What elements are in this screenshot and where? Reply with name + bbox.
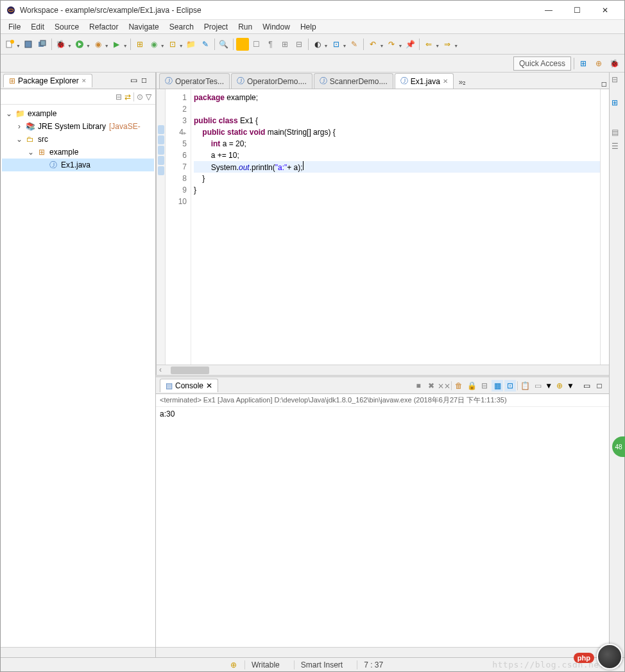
menu-run[interactable]: Run: [233, 21, 257, 33]
search-button[interactable]: 🔍: [218, 38, 230, 51]
expand-icon[interactable]: ⌄: [15, 135, 24, 144]
tree-project[interactable]: ⌄ 📁 example: [2, 107, 154, 120]
tree-jre[interactable]: › 📚 JRE System Library [JavaSE-: [2, 120, 154, 133]
marker-bar[interactable]: [157, 89, 166, 365]
toggle-mark-button[interactable]: [236, 38, 249, 51]
menu-search[interactable]: Search: [164, 21, 199, 33]
collapse-all-icon[interactable]: ⊟: [116, 92, 122, 101]
package-tree[interactable]: ⌄ 📁 example › 📚 JRE System Library [Java…: [1, 105, 155, 647]
run-button[interactable]: [73, 38, 86, 51]
debug-perspective-button[interactable]: 🐞: [608, 57, 621, 70]
annotation-nav-button[interactable]: ◐: [311, 38, 324, 51]
code-editor[interactable]: package example; public class Ex1 { publ…: [191, 89, 600, 365]
back-button[interactable]: ⇐: [422, 38, 435, 51]
library-icon: 📚: [25, 121, 35, 132]
quick-access-input[interactable]: Quick Access: [513, 56, 571, 71]
link-editor-icon[interactable]: ⇄: [124, 92, 131, 101]
debug-button[interactable]: 🐞: [55, 38, 67, 51]
open-task-button[interactable]: ✎: [199, 38, 212, 51]
menu-edit[interactable]: Edit: [26, 21, 49, 33]
close-console-icon[interactable]: ✕: [206, 381, 212, 390]
toggle-breadcrumb-button[interactable]: ⊟: [293, 38, 305, 51]
expand-icon[interactable]: ⌄: [26, 148, 35, 157]
minimize-button[interactable]: ―: [535, 1, 563, 19]
tab-operatortes[interactable]: ⒿOperatorTes...: [159, 73, 230, 89]
new-button[interactable]: [3, 38, 16, 51]
tab-overflow[interactable]: »₂: [455, 76, 470, 89]
display-console-button[interactable]: ▭: [532, 380, 544, 392]
new-console-button[interactable]: ⊕: [554, 380, 565, 392]
tab-ex1[interactable]: ⒿEx1.java✕: [395, 73, 454, 89]
focus-task-icon[interactable]: ⊙: [137, 92, 143, 101]
tree-package[interactable]: ⌄ ⊞ example: [2, 146, 154, 159]
close-tab-icon[interactable]: ✕: [443, 78, 448, 85]
new-class-button[interactable]: ◉: [148, 38, 160, 51]
svg-rect-6: [40, 40, 46, 46]
tab-scannerdemo[interactable]: ⒿScannerDemo....: [314, 73, 393, 89]
next-annotation-button[interactable]: ⊡: [330, 38, 343, 51]
console-hscroll[interactable]: [156, 647, 609, 657]
coverage-button[interactable]: ◉: [92, 38, 105, 51]
java-perspective-button[interactable]: ⊕: [592, 57, 605, 70]
open-console-button[interactable]: 📋: [519, 380, 531, 392]
maximize-button[interactable]: ☐: [563, 1, 591, 19]
console-output[interactable]: a:30: [156, 407, 609, 647]
console-max-icon[interactable]: □: [594, 380, 605, 392]
open-perspective-button[interactable]: ⊞: [577, 57, 590, 70]
new-type-button[interactable]: ⊡: [166, 38, 179, 51]
save-button[interactable]: [22, 38, 35, 51]
toggle-word-wrap-button[interactable]: ⊞: [278, 38, 291, 51]
terminate-button[interactable]: ■: [413, 380, 424, 392]
expand-icon[interactable]: ⌄: [4, 109, 13, 118]
last-edit-button[interactable]: ↶: [366, 38, 379, 51]
overview-ruler[interactable]: [600, 89, 609, 365]
line-gutter[interactable]: 1234▸5678910: [166, 89, 191, 365]
console-icon: ▤: [166, 381, 173, 390]
forward-button[interactable]: ⇒: [441, 38, 454, 51]
outline-icon[interactable]: ⊞: [612, 98, 623, 110]
menu-refactor[interactable]: Refactor: [84, 21, 123, 33]
pin-console-button[interactable]: ⊡: [504, 380, 516, 392]
minimize-view-icon[interactable]: ▭: [130, 76, 141, 86]
view-menu-icon[interactable]: ▽: [146, 92, 151, 101]
remove-launch-button[interactable]: ✖: [425, 380, 437, 392]
close-button[interactable]: ✕: [591, 1, 619, 19]
console-min-icon[interactable]: ▭: [581, 380, 592, 392]
menu-help[interactable]: Help: [295, 21, 321, 33]
show-console-button[interactable]: ▦: [492, 380, 503, 392]
expand-icon[interactable]: ›: [15, 122, 24, 131]
menu-navigate[interactable]: Navigate: [123, 21, 164, 33]
maximize-view-icon[interactable]: □: [142, 76, 152, 86]
task-list-icon[interactable]: ▤: [612, 128, 623, 139]
remove-all-button[interactable]: ⨯⨯: [438, 380, 450, 392]
project-icon: 📁: [15, 108, 25, 119]
word-wrap-button[interactable]: ⊟: [479, 380, 490, 392]
restore-icon[interactable]: ⊟: [612, 75, 623, 87]
menu-project[interactable]: Project: [199, 21, 233, 33]
open-type-button[interactable]: 📁: [185, 38, 198, 51]
clear-console-button[interactable]: 🗑: [453, 380, 465, 392]
tab-operatordemo[interactable]: ⒿOperatorDemo....: [231, 73, 312, 89]
tree-src[interactable]: ⌄ 🗀 src: [2, 133, 154, 146]
editor-area: ⒿOperatorTes... ⒿOperatorDemo.... ⒿScann…: [156, 73, 609, 375]
package-hscroll[interactable]: [1, 647, 155, 657]
show-whitespace-button[interactable]: ¶: [264, 38, 277, 51]
prev-annotation-button[interactable]: ✎: [348, 38, 361, 51]
editor-maximize-icon[interactable]: □: [602, 80, 606, 89]
menu-source[interactable]: Source: [49, 21, 84, 33]
scroll-lock-button[interactable]: 🔒: [466, 380, 477, 392]
tasks-icon[interactable]: ☰: [612, 142, 623, 153]
tree-file[interactable]: Ⓙ Ex1.java: [2, 159, 154, 171]
close-view-icon[interactable]: ✕: [81, 78, 87, 84]
run-last-button[interactable]: ▶: [110, 38, 123, 51]
save-all-button[interactable]: [36, 38, 49, 51]
toggle-block-button[interactable]: ☐: [250, 38, 263, 51]
package-explorer-tab[interactable]: ⊞ Package Explorer ✕: [3, 74, 92, 87]
menu-window[interactable]: Window: [257, 21, 295, 33]
editor-hscroll[interactable]: ‹: [157, 365, 609, 375]
menu-file[interactable]: File: [3, 21, 26, 33]
pin-button[interactable]: 📌: [404, 38, 416, 51]
new-package-button[interactable]: ⊞: [133, 38, 146, 51]
next-edit-button[interactable]: ↷: [385, 38, 398, 51]
console-tab[interactable]: ▤ Console ✕: [160, 379, 218, 392]
